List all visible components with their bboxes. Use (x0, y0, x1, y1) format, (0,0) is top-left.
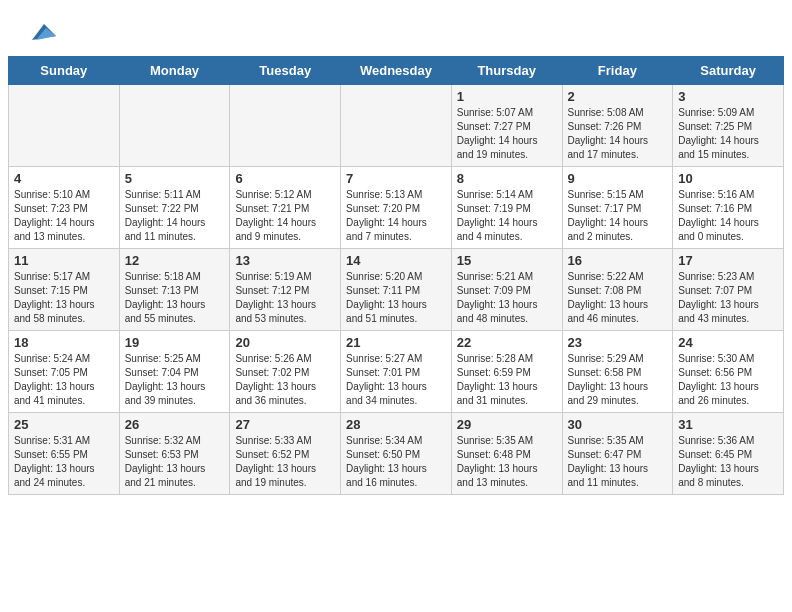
calendar-cell: 19Sunrise: 5:25 AM Sunset: 7:04 PM Dayli… (119, 331, 230, 413)
day-number: 14 (346, 253, 446, 268)
day-info: Sunrise: 5:11 AM Sunset: 7:22 PM Dayligh… (125, 188, 225, 244)
day-info: Sunrise: 5:20 AM Sunset: 7:11 PM Dayligh… (346, 270, 446, 326)
day-info: Sunrise: 5:33 AM Sunset: 6:52 PM Dayligh… (235, 434, 335, 490)
calendar-container: Sunday Monday Tuesday Wednesday Thursday… (0, 56, 792, 503)
calendar-cell (341, 85, 452, 167)
day-number: 27 (235, 417, 335, 432)
calendar-cell: 9Sunrise: 5:15 AM Sunset: 7:17 PM Daylig… (562, 167, 673, 249)
day-info: Sunrise: 5:09 AM Sunset: 7:25 PM Dayligh… (678, 106, 778, 162)
day-number: 16 (568, 253, 668, 268)
day-number: 21 (346, 335, 446, 350)
day-info: Sunrise: 5:10 AM Sunset: 7:23 PM Dayligh… (14, 188, 114, 244)
day-number: 28 (346, 417, 446, 432)
calendar-cell: 1Sunrise: 5:07 AM Sunset: 7:27 PM Daylig… (451, 85, 562, 167)
day-info: Sunrise: 5:34 AM Sunset: 6:50 PM Dayligh… (346, 434, 446, 490)
page-header (0, 0, 792, 56)
day-number: 15 (457, 253, 557, 268)
day-number: 3 (678, 89, 778, 104)
day-info: Sunrise: 5:31 AM Sunset: 6:55 PM Dayligh… (14, 434, 114, 490)
day-info: Sunrise: 5:36 AM Sunset: 6:45 PM Dayligh… (678, 434, 778, 490)
calendar-cell: 6Sunrise: 5:12 AM Sunset: 7:21 PM Daylig… (230, 167, 341, 249)
calendar-cell: 24Sunrise: 5:30 AM Sunset: 6:56 PM Dayli… (673, 331, 784, 413)
day-info: Sunrise: 5:17 AM Sunset: 7:15 PM Dayligh… (14, 270, 114, 326)
calendar-table: Sunday Monday Tuesday Wednesday Thursday… (8, 56, 784, 495)
day-info: Sunrise: 5:13 AM Sunset: 7:20 PM Dayligh… (346, 188, 446, 244)
calendar-cell: 13Sunrise: 5:19 AM Sunset: 7:12 PM Dayli… (230, 249, 341, 331)
day-number: 30 (568, 417, 668, 432)
day-number: 22 (457, 335, 557, 350)
day-number: 25 (14, 417, 114, 432)
day-number: 4 (14, 171, 114, 186)
day-number: 26 (125, 417, 225, 432)
weekday-tuesday: Tuesday (230, 57, 341, 85)
calendar-cell: 8Sunrise: 5:14 AM Sunset: 7:19 PM Daylig… (451, 167, 562, 249)
calendar-cell: 3Sunrise: 5:09 AM Sunset: 7:25 PM Daylig… (673, 85, 784, 167)
day-info: Sunrise: 5:25 AM Sunset: 7:04 PM Dayligh… (125, 352, 225, 408)
day-number: 17 (678, 253, 778, 268)
weekday-sunday: Sunday (9, 57, 120, 85)
calendar-cell: 28Sunrise: 5:34 AM Sunset: 6:50 PM Dayli… (341, 413, 452, 495)
calendar-cell: 5Sunrise: 5:11 AM Sunset: 7:22 PM Daylig… (119, 167, 230, 249)
calendar-cell: 12Sunrise: 5:18 AM Sunset: 7:13 PM Dayli… (119, 249, 230, 331)
weekday-saturday: Saturday (673, 57, 784, 85)
day-info: Sunrise: 5:29 AM Sunset: 6:58 PM Dayligh… (568, 352, 668, 408)
calendar-cell: 23Sunrise: 5:29 AM Sunset: 6:58 PM Dayli… (562, 331, 673, 413)
day-number: 11 (14, 253, 114, 268)
calendar-cell: 26Sunrise: 5:32 AM Sunset: 6:53 PM Dayli… (119, 413, 230, 495)
day-info: Sunrise: 5:28 AM Sunset: 6:59 PM Dayligh… (457, 352, 557, 408)
day-info: Sunrise: 5:07 AM Sunset: 7:27 PM Dayligh… (457, 106, 557, 162)
day-info: Sunrise: 5:08 AM Sunset: 7:26 PM Dayligh… (568, 106, 668, 162)
calendar-cell: 30Sunrise: 5:35 AM Sunset: 6:47 PM Dayli… (562, 413, 673, 495)
calendar-cell: 22Sunrise: 5:28 AM Sunset: 6:59 PM Dayli… (451, 331, 562, 413)
calendar-cell: 27Sunrise: 5:33 AM Sunset: 6:52 PM Dayli… (230, 413, 341, 495)
calendar-body: 1Sunrise: 5:07 AM Sunset: 7:27 PM Daylig… (9, 85, 784, 495)
calendar-cell: 15Sunrise: 5:21 AM Sunset: 7:09 PM Dayli… (451, 249, 562, 331)
day-number: 6 (235, 171, 335, 186)
day-info: Sunrise: 5:26 AM Sunset: 7:02 PM Dayligh… (235, 352, 335, 408)
day-info: Sunrise: 5:35 AM Sunset: 6:47 PM Dayligh… (568, 434, 668, 490)
day-number: 7 (346, 171, 446, 186)
day-info: Sunrise: 5:14 AM Sunset: 7:19 PM Dayligh… (457, 188, 557, 244)
calendar-cell: 7Sunrise: 5:13 AM Sunset: 7:20 PM Daylig… (341, 167, 452, 249)
day-number: 9 (568, 171, 668, 186)
day-number: 19 (125, 335, 225, 350)
calendar-cell: 2Sunrise: 5:08 AM Sunset: 7:26 PM Daylig… (562, 85, 673, 167)
calendar-cell: 25Sunrise: 5:31 AM Sunset: 6:55 PM Dayli… (9, 413, 120, 495)
day-info: Sunrise: 5:27 AM Sunset: 7:01 PM Dayligh… (346, 352, 446, 408)
day-number: 23 (568, 335, 668, 350)
calendar-cell (119, 85, 230, 167)
logo (20, 16, 56, 48)
day-info: Sunrise: 5:21 AM Sunset: 7:09 PM Dayligh… (457, 270, 557, 326)
day-info: Sunrise: 5:18 AM Sunset: 7:13 PM Dayligh… (125, 270, 225, 326)
logo-icon (24, 16, 56, 48)
calendar-cell (230, 85, 341, 167)
calendar-cell (9, 85, 120, 167)
weekday-thursday: Thursday (451, 57, 562, 85)
day-number: 29 (457, 417, 557, 432)
calendar-cell: 11Sunrise: 5:17 AM Sunset: 7:15 PM Dayli… (9, 249, 120, 331)
day-number: 2 (568, 89, 668, 104)
day-number: 31 (678, 417, 778, 432)
day-info: Sunrise: 5:32 AM Sunset: 6:53 PM Dayligh… (125, 434, 225, 490)
day-number: 12 (125, 253, 225, 268)
calendar-cell: 16Sunrise: 5:22 AM Sunset: 7:08 PM Dayli… (562, 249, 673, 331)
day-number: 24 (678, 335, 778, 350)
day-number: 5 (125, 171, 225, 186)
day-info: Sunrise: 5:23 AM Sunset: 7:07 PM Dayligh… (678, 270, 778, 326)
day-number: 20 (235, 335, 335, 350)
weekday-wednesday: Wednesday (341, 57, 452, 85)
weekday-monday: Monday (119, 57, 230, 85)
weekday-friday: Friday (562, 57, 673, 85)
day-info: Sunrise: 5:15 AM Sunset: 7:17 PM Dayligh… (568, 188, 668, 244)
day-info: Sunrise: 5:19 AM Sunset: 7:12 PM Dayligh… (235, 270, 335, 326)
day-info: Sunrise: 5:35 AM Sunset: 6:48 PM Dayligh… (457, 434, 557, 490)
day-number: 10 (678, 171, 778, 186)
day-info: Sunrise: 5:22 AM Sunset: 7:08 PM Dayligh… (568, 270, 668, 326)
day-info: Sunrise: 5:12 AM Sunset: 7:21 PM Dayligh… (235, 188, 335, 244)
calendar-cell: 20Sunrise: 5:26 AM Sunset: 7:02 PM Dayli… (230, 331, 341, 413)
calendar-cell: 21Sunrise: 5:27 AM Sunset: 7:01 PM Dayli… (341, 331, 452, 413)
day-number: 8 (457, 171, 557, 186)
calendar-cell: 14Sunrise: 5:20 AM Sunset: 7:11 PM Dayli… (341, 249, 452, 331)
day-info: Sunrise: 5:30 AM Sunset: 6:56 PM Dayligh… (678, 352, 778, 408)
day-number: 13 (235, 253, 335, 268)
